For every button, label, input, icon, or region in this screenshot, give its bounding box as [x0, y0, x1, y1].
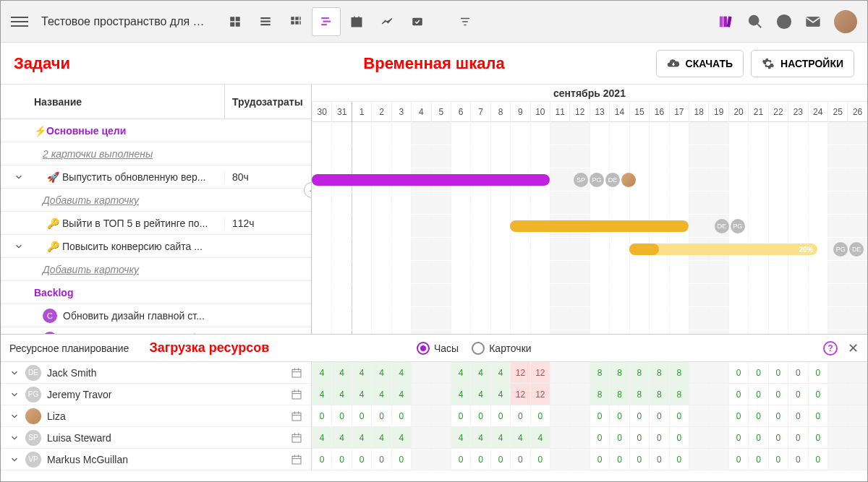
task-row[interactable]: Добавить карточку — [1, 189, 311, 212]
search-icon[interactable] — [747, 14, 763, 30]
chevron-down-icon[interactable] — [14, 241, 24, 251]
menu-icon[interactable] — [11, 13, 28, 30]
gantt-bar[interactable] — [629, 244, 659, 255]
timeline-day: 1 — [352, 102, 371, 122]
hours-cell: 8 — [669, 362, 689, 383]
calendar-icon[interactable] — [291, 432, 302, 444]
assignee-avatar[interactable]: DE — [715, 219, 729, 233]
resource-close-icon[interactable]: ✕ — [848, 340, 859, 356]
timeline-day: 19 — [708, 102, 728, 122]
filter-icon[interactable] — [451, 7, 480, 36]
radio-hours[interactable]: Часы — [417, 342, 459, 355]
chevron-down-icon[interactable] — [9, 455, 20, 465]
assignee-avatar[interactable]: PG — [590, 173, 604, 187]
resource-row[interactable]: VPMarkus McGuillan — [1, 449, 311, 470]
gantt-bar[interactable] — [312, 174, 550, 186]
hours-cell: 12 — [530, 362, 550, 383]
timeline-day: 18 — [689, 102, 708, 122]
view-chart-icon[interactable] — [373, 7, 401, 36]
timeline-header: сентябрь 2021 30311234567891011121314151… — [312, 85, 867, 122]
hours-cell — [827, 449, 847, 470]
resource-row[interactable]: Liza — [1, 405, 311, 427]
topbar: Тестовое пространство для с... — [1, 1, 867, 43]
resource-row[interactable]: SPLuisa Steward — [1, 427, 311, 449]
hours-cell: 4 — [312, 427, 331, 448]
task-row[interactable]: 🔑Выйти в ТОП 5 в рейтинге по...112ч — [1, 212, 311, 235]
chevron-down-icon[interactable] — [9, 433, 20, 443]
hours-cell: 0 — [788, 427, 807, 448]
assignee-stack[interactable]: SPPGDE — [574, 173, 636, 187]
timeline-panel: сентябрь 2021 30311234567891011121314151… — [312, 85, 867, 334]
assignee-avatar[interactable]: DE — [605, 173, 620, 187]
gantt-bar[interactable] — [510, 220, 689, 232]
task-row[interactable]: 🚀Выпустить обновленную вер...80ч — [1, 165, 311, 189]
task-row[interactable]: CОбновить дизайн главной ст... — [1, 304, 311, 327]
assignee-avatar[interactable]: SP — [574, 173, 588, 187]
hours-cell: 0 — [808, 384, 827, 405]
assignee-avatar[interactable]: PG — [833, 242, 848, 257]
task-list[interactable]: ⚡Основные цели2 карточки выполнены🚀Выпус… — [1, 119, 311, 334]
task-row[interactable]: CПоменять структуру блога 🔥 — [1, 327, 311, 334]
hours-cell: 0 — [728, 427, 748, 448]
chevron-down-icon[interactable] — [9, 390, 20, 400]
resource-row[interactable]: DEJack Smith — [1, 362, 311, 384]
assignee-avatar[interactable] — [621, 173, 636, 187]
chevron-down-icon[interactable] — [9, 411, 20, 421]
task-row[interactable]: 🔑Повысить конверсию сайта ... — [1, 235, 311, 258]
assignee-avatar[interactable]: PG — [731, 219, 745, 233]
add-card-link[interactable]: Добавить карточку — [43, 264, 139, 275]
hours-cell: 4 — [530, 427, 550, 448]
task-row[interactable]: 2 карточки выполнены — [1, 142, 311, 165]
radio-cards[interactable]: Карточки — [472, 342, 531, 355]
view-list-icon[interactable] — [251, 7, 280, 36]
timeline-day: 4 — [411, 102, 430, 122]
calendar-icon[interactable] — [291, 367, 302, 379]
hours-cell — [827, 405, 847, 426]
timeline-row — [312, 307, 867, 330]
timeline-day: 30 — [312, 102, 331, 122]
chevron-down-icon[interactable] — [9, 368, 20, 378]
resource-grid[interactable]: 4444444412128888800000444444441212888880… — [312, 362, 867, 470]
task-row[interactable]: ⚡Основные цели — [1, 119, 311, 142]
done-link[interactable]: 2 карточки выполнены — [43, 148, 153, 160]
download-button[interactable]: СКАЧАТЬ — [656, 50, 744, 77]
hours-cell: 0 — [629, 427, 649, 448]
task-row[interactable]: Добавить карточку — [1, 258, 311, 281]
task-row[interactable]: Backlog — [1, 281, 311, 304]
resource-help-icon[interactable]: ? — [823, 341, 838, 356]
space-title[interactable]: Тестовое пространство для с... — [41, 15, 208, 28]
settings-button[interactable]: НАСТРОЙКИ — [751, 50, 854, 77]
calendar-icon[interactable] — [291, 410, 302, 422]
assignee-stack[interactable]: PGDE — [833, 242, 864, 257]
view-calendar-icon[interactable] — [342, 7, 371, 36]
assignee-stack[interactable]: DEPG — [715, 219, 745, 233]
timeline-days: 3031123456789101112131415161718192021222… — [312, 102, 867, 122]
calendar-icon[interactable] — [291, 389, 302, 400]
hours-cell: 0 — [788, 405, 807, 426]
view-table-icon[interactable] — [281, 7, 310, 36]
timeline-day: 14 — [609, 102, 629, 122]
resource-row[interactable]: PGJeremy Travor — [1, 384, 311, 405]
hours-cell — [708, 405, 728, 426]
timeline-body[interactable]: SPPGDEDEPG20%PGDE — [312, 122, 867, 334]
task-icon: 🔑 — [47, 218, 59, 229]
view-kanban-icon[interactable] — [221, 7, 250, 36]
hours-cell — [708, 362, 728, 383]
user-avatar[interactable] — [834, 10, 857, 33]
hours-cell: 12 — [530, 384, 550, 405]
view-archive-icon[interactable] — [403, 7, 432, 36]
view-gantt-icon[interactable] — [312, 7, 341, 36]
hours-cell — [847, 427, 867, 448]
add-card-link[interactable]: Добавить карточку — [43, 194, 139, 206]
mail-icon[interactable] — [805, 14, 821, 30]
library-icon[interactable] — [718, 14, 734, 30]
hours-cell: 4 — [451, 384, 470, 405]
hours-cell: 8 — [649, 362, 668, 383]
chevron-down-icon[interactable] — [14, 172, 24, 182]
calendar-icon[interactable] — [291, 454, 302, 465]
help-icon[interactable] — [776, 14, 792, 30]
timeline-day: 13 — [590, 102, 609, 122]
person-name: Jeremy Travor — [47, 389, 285, 400]
hours-cell: 4 — [470, 362, 490, 383]
assignee-avatar[interactable]: DE — [849, 242, 864, 257]
